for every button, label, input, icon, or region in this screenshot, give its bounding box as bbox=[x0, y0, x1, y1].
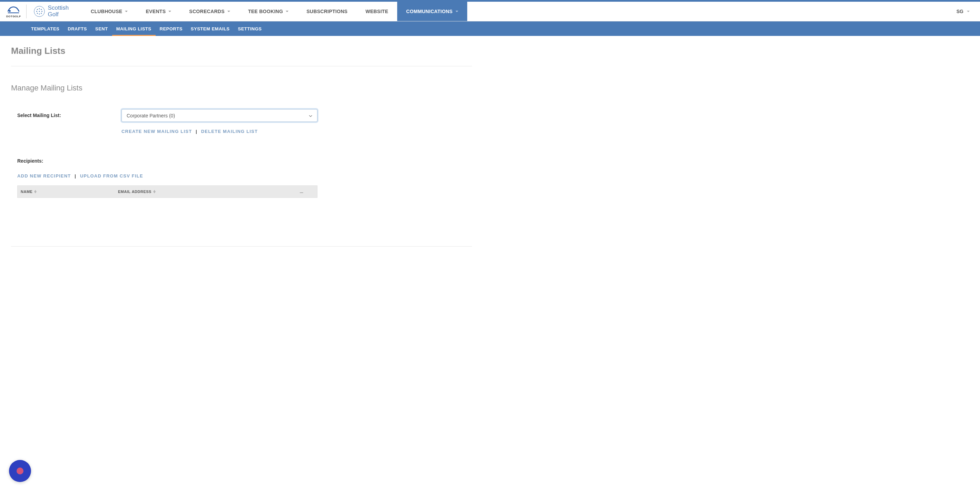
nav-items: CLUBHOUSE EVENTS SCORECARDS TEE BOOKING … bbox=[82, 2, 467, 21]
chevron-down-icon bbox=[228, 11, 230, 12]
logo-divider bbox=[26, 5, 27, 18]
svg-point-0 bbox=[9, 10, 11, 12]
footer-divider bbox=[11, 246, 472, 247]
svg-point-2 bbox=[37, 9, 38, 10]
subnav-sent[interactable]: SENT bbox=[91, 21, 112, 36]
nav-subscriptions[interactable]: SUBSCRIPTIONS bbox=[298, 2, 356, 21]
sort-icon bbox=[153, 190, 156, 193]
column-actions[interactable]: ... bbox=[286, 190, 317, 194]
chevron-down-icon bbox=[967, 11, 970, 12]
nav-communications[interactable]: COMMUNICATIONS bbox=[397, 2, 467, 21]
sort-icon bbox=[34, 190, 37, 193]
section-title: Manage Mailing Lists bbox=[11, 84, 472, 92]
scottish-golf-icon bbox=[33, 5, 46, 18]
subnav-drafts[interactable]: DRAFTS bbox=[64, 21, 91, 36]
select-mailing-list-row: Select Mailing List: Corporate Partners … bbox=[11, 109, 472, 134]
subnav-reports[interactable]: REPORTS bbox=[156, 21, 187, 36]
separator: | bbox=[75, 173, 76, 179]
column-email[interactable]: EMAIL ADDRESS bbox=[115, 190, 286, 194]
mailing-list-select[interactable]: Corporate Partners (0) bbox=[121, 109, 317, 122]
svg-point-6 bbox=[39, 11, 40, 12]
recipients-label: Recipients: bbox=[17, 158, 472, 164]
svg-point-4 bbox=[41, 9, 42, 10]
scottish-golf-logo[interactable]: Scottish Golf bbox=[33, 5, 69, 18]
subnav-settings[interactable]: SETTINGS bbox=[234, 21, 266, 36]
chevron-down-icon bbox=[125, 11, 128, 12]
subnav-system-emails[interactable]: SYSTEM EMAILS bbox=[187, 21, 234, 36]
dotgolf-text: DOTGOLF bbox=[6, 15, 21, 18]
user-menu[interactable]: SG bbox=[946, 9, 980, 14]
table-header: NAME EMAIL ADDRESS ... bbox=[17, 185, 317, 198]
nav-website[interactable]: WEBSITE bbox=[356, 2, 397, 21]
mailing-list-actions: CREATE NEW MAILING LIST | DELETE MAILING… bbox=[121, 129, 317, 134]
sub-nav: TEMPLATES DRAFTS SENT MAILING LISTS REPO… bbox=[0, 21, 980, 36]
dotgolf-logo[interactable]: DOTGOLF bbox=[6, 5, 21, 18]
chevron-down-icon bbox=[455, 11, 458, 12]
nav-tee-booking[interactable]: TEE BOOKING bbox=[239, 2, 298, 21]
select-mailing-list-label: Select Mailing List: bbox=[17, 109, 121, 118]
svg-point-9 bbox=[39, 13, 40, 14]
user-initials: SG bbox=[956, 9, 963, 14]
nav-scorecards[interactable]: SCORECARDS bbox=[180, 2, 239, 21]
svg-point-7 bbox=[41, 11, 43, 12]
add-recipient-link[interactable]: ADD NEW RECIPIENT bbox=[17, 173, 71, 179]
svg-point-10 bbox=[41, 13, 42, 14]
nav-events[interactable]: EVENTS bbox=[137, 2, 180, 21]
nav-clubhouse[interactable]: CLUBHOUSE bbox=[82, 2, 137, 21]
svg-point-8 bbox=[37, 13, 38, 14]
separator: | bbox=[196, 129, 197, 134]
recipients-actions: ADD NEW RECIPIENT | UPLOAD FROM CSV FILE bbox=[17, 173, 472, 179]
content: Mailing Lists Manage Mailing Lists Selec… bbox=[0, 36, 483, 256]
dotgolf-icon bbox=[7, 5, 20, 15]
svg-point-3 bbox=[39, 8, 40, 9]
chevron-down-icon bbox=[169, 11, 171, 12]
chevron-down-icon bbox=[286, 11, 288, 12]
divider bbox=[11, 66, 472, 66]
chevron-down-icon bbox=[309, 113, 312, 118]
create-mailing-list-link[interactable]: CREATE NEW MAILING LIST bbox=[121, 129, 192, 134]
column-name[interactable]: NAME bbox=[18, 190, 115, 194]
recipients-table: NAME EMAIL ADDRESS ... bbox=[17, 185, 317, 198]
delete-mailing-list-link[interactable]: DELETE MAILING LIST bbox=[201, 129, 258, 134]
logo-section: DOTGOLF Scottish Golf bbox=[0, 2, 75, 21]
scottish-golf-text: Scottish Golf bbox=[48, 5, 69, 18]
upload-csv-link[interactable]: UPLOAD FROM CSV FILE bbox=[80, 173, 143, 179]
main-nav: DOTGOLF Scottish Golf CLUBHO bbox=[0, 2, 980, 21]
subnav-templates[interactable]: TEMPLATES bbox=[27, 21, 64, 36]
recipients-section: Recipients: ADD NEW RECIPIENT | UPLOAD F… bbox=[11, 158, 472, 198]
svg-point-5 bbox=[36, 11, 37, 12]
select-value: Corporate Partners (0) bbox=[127, 113, 175, 118]
page-title: Mailing Lists bbox=[11, 46, 472, 56]
subnav-mailing-lists[interactable]: MAILING LISTS bbox=[112, 21, 156, 36]
